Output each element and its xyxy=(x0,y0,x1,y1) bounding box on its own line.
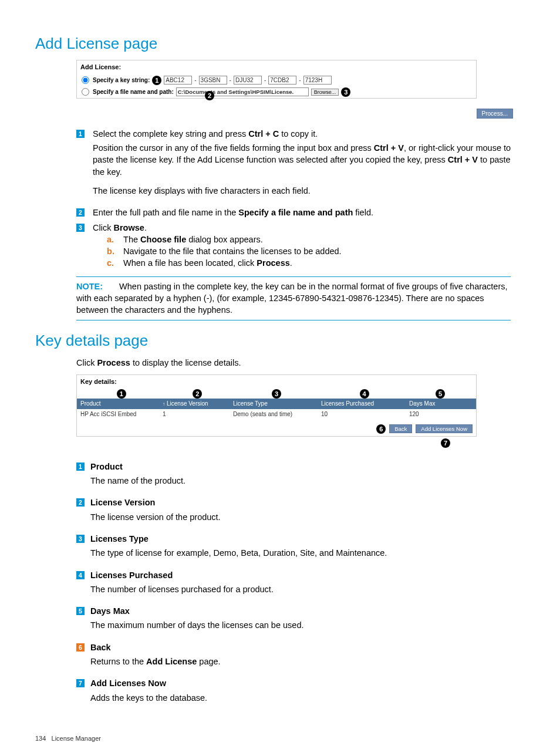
kd-callout-5: 5 xyxy=(436,389,445,399)
browse-button[interactable]: Browse... xyxy=(311,89,339,96)
key-field-4[interactable] xyxy=(268,76,296,85)
figure-title: Add License: xyxy=(77,60,476,74)
figure-key-details: Key details: 1 2 3 4 5 Product ↑License … xyxy=(76,374,477,436)
callout-1: 1 xyxy=(152,76,161,85)
note-block: NOTE:When pasting in the complete key, t… xyxy=(76,276,511,320)
intro-text: Click Process to display the license det… xyxy=(76,357,525,369)
kd-callout-1: 1 xyxy=(117,389,126,399)
note-text: When pasting in the complete key, the ke… xyxy=(76,282,508,315)
key-field-3[interactable] xyxy=(234,76,262,85)
key-field-5[interactable] xyxy=(303,76,332,85)
heading-key-details: Key details page xyxy=(35,330,525,351)
note-label: NOTE: xyxy=(76,282,103,291)
heading-add-license: Add License page xyxy=(35,33,525,54)
col-license-version[interactable]: ↑License Version xyxy=(159,399,230,409)
key-field-2[interactable] xyxy=(199,76,227,85)
label-specify-file: Specify a file name and path: xyxy=(93,88,174,96)
radio-key-string[interactable] xyxy=(82,76,89,84)
step-num-1: 1 xyxy=(76,130,85,138)
step-num-2: 2 xyxy=(76,208,85,217)
page-footer: 134 License Manager xyxy=(35,734,525,743)
instruction-list: 1 Select the complete key string and pre… xyxy=(76,128,525,269)
col-license-type[interactable]: License Type xyxy=(230,399,318,409)
col-licenses-purchased[interactable]: Licenses Purchased xyxy=(318,399,406,409)
process-button[interactable]: Process... xyxy=(477,109,513,119)
radio-file-path[interactable] xyxy=(82,88,89,96)
col-days-max[interactable]: Days Max xyxy=(406,399,470,409)
table-header-row: Product ↑License Version License Type Li… xyxy=(77,399,476,409)
col-product[interactable]: Product xyxy=(77,399,159,409)
kd-callout-7: 7 xyxy=(441,438,450,448)
step-num-3: 3 xyxy=(76,224,85,232)
kd-callout-6: 6 xyxy=(376,424,386,434)
back-button[interactable]: Back xyxy=(389,424,412,433)
callout-2: 2 xyxy=(205,91,214,100)
label-specify-key: Specify a key string: xyxy=(93,76,150,85)
callout-3: 3 xyxy=(341,87,350,97)
key-field-1[interactable] xyxy=(164,76,192,85)
kd-callout-2: 2 xyxy=(193,389,202,399)
figure-add-license: Add License: Specify a key string: 1 - -… xyxy=(76,60,477,98)
table-row: HP Acc iSCSI Embed 1 Demo (seats and tim… xyxy=(77,409,476,420)
file-path-input[interactable] xyxy=(176,87,309,96)
definition-list: 1ProductThe name of the product. 2Licens… xyxy=(76,461,525,711)
add-licenses-now-button[interactable]: Add Licenses Now xyxy=(416,424,473,433)
kd-callout-3: 3 xyxy=(272,389,281,399)
kd-callout-4: 4 xyxy=(360,389,369,399)
